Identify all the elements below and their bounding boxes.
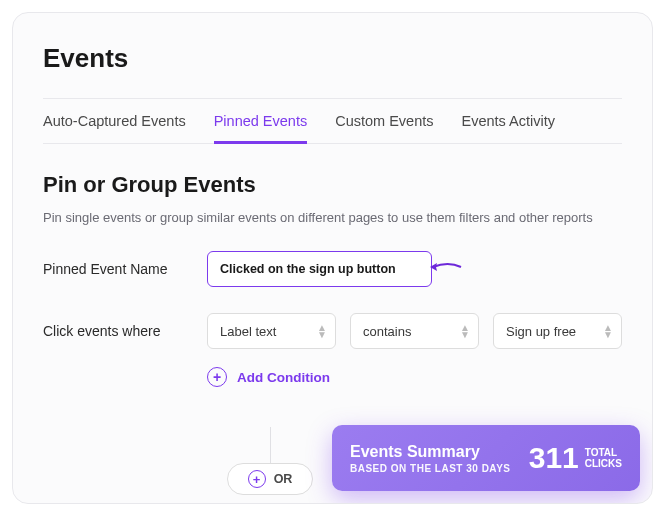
pinned-name-row: Pinned Event Name [43,251,622,287]
chevron-updown-icon: ▲▼ [603,324,613,338]
where-label: Click events where [43,323,183,339]
tab-custom-events[interactable]: Custom Events [335,113,433,143]
summary-count: 311 [529,441,579,475]
chevron-updown-icon: ▲▼ [460,324,470,338]
operator-select[interactable]: contains ▲▼ [350,313,479,349]
or-button[interactable]: + OR [227,463,313,495]
or-label: OR [274,472,293,486]
value-select[interactable]: Sign up free ▲▼ [493,313,622,349]
events-panel: Events Auto-Captured Events Pinned Event… [12,12,653,504]
connector-line [270,427,271,463]
tabs: Auto-Captured Events Pinned Events Custo… [43,98,622,144]
summary-subtitle: BASED ON THE LAST 30 DAYS [350,463,511,474]
chevron-updown-icon: ▲▼ [317,324,327,338]
tab-pinned-events[interactable]: Pinned Events [214,113,308,143]
pinned-name-input[interactable] [207,251,432,287]
plus-icon: + [248,470,266,488]
attribute-value: Label text [220,324,276,339]
plus-icon: + [207,367,227,387]
operator-value: contains [363,324,411,339]
value-text: Sign up free [506,324,576,339]
add-condition-label: Add Condition [237,370,330,385]
tab-events-activity[interactable]: Events Activity [462,113,555,143]
section-title: Pin or Group Events [43,172,622,198]
summary-title: Events Summary [350,443,511,461]
events-summary-banner: Events Summary BASED ON THE LAST 30 DAYS… [332,425,640,491]
pointer-arrow-icon [428,258,462,280]
add-condition-button[interactable]: + Add Condition [207,367,622,387]
pinned-name-label: Pinned Event Name [43,261,183,277]
page-title: Events [43,43,622,74]
summary-unit: TOTAL CLICKS [585,447,622,469]
attribute-select[interactable]: Label text ▲▼ [207,313,336,349]
section-description: Pin single events or group similar event… [43,210,622,225]
tab-auto-captured[interactable]: Auto-Captured Events [43,113,186,143]
condition-row: Click events where Label text ▲▼ contain… [43,313,622,349]
